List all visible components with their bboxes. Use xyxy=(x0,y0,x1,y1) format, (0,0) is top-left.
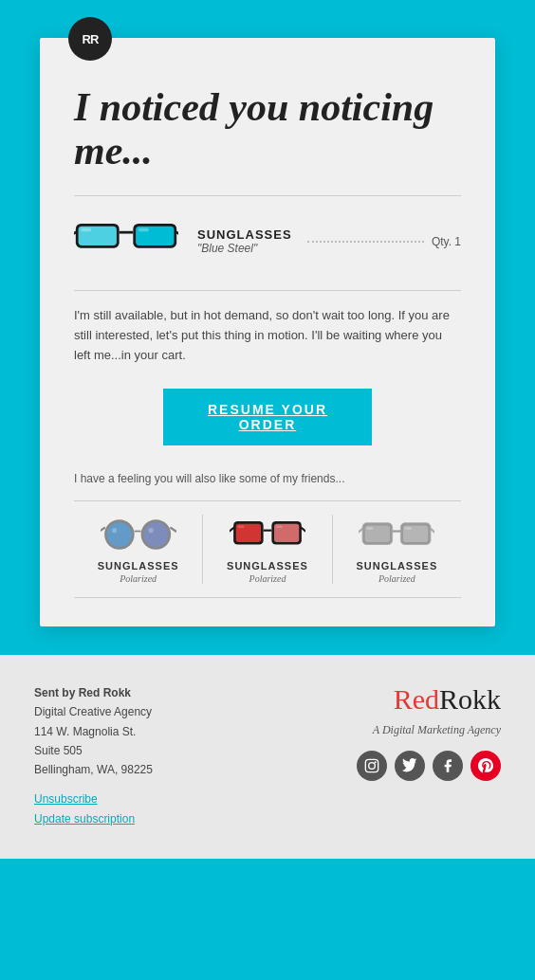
svg-line-33 xyxy=(431,529,434,533)
footer-agency: Digital Creative Agency xyxy=(34,702,153,721)
product-section: SUNGLASSES "Blue Steel" Qty. 1 xyxy=(74,195,461,286)
svg-point-37 xyxy=(369,762,376,769)
page-wrapper: RR I noticed you noticing me... xyxy=(0,0,535,626)
svg-rect-36 xyxy=(365,759,378,771)
friends-intro: I have a feeling you will also like some… xyxy=(74,472,461,485)
footer-links: Unsubscribe Update subscription xyxy=(34,789,153,830)
body-text: I'm still available, but in hot demand, … xyxy=(74,306,461,365)
product-qty-row: SUNGLASSES "Blue Steel" Qty. 1 xyxy=(197,227,461,255)
footer-tagline: A Digital Marketing Agency xyxy=(373,723,501,737)
svg-point-17 xyxy=(148,528,153,533)
email-card: RR I noticed you noticing me... xyxy=(40,38,495,626)
svg-point-16 xyxy=(112,528,117,533)
svg-line-5 xyxy=(74,233,76,237)
brand-logo: RR xyxy=(68,17,112,61)
main-sunglasses-icon xyxy=(74,213,178,265)
svg-line-14 xyxy=(101,528,104,532)
svg-rect-7 xyxy=(81,228,91,232)
product-image xyxy=(74,213,178,269)
friend-3-sub: Polarized xyxy=(378,573,415,584)
update-subscription-link[interactable]: Update subscription xyxy=(34,809,153,830)
footer-address2: Suite 505 xyxy=(34,741,153,760)
svg-rect-25 xyxy=(237,525,244,528)
svg-line-15 xyxy=(171,528,175,532)
friend-item-1[interactable]: SUNGLASSES Polarized xyxy=(74,515,203,584)
friend-item-3[interactable]: SUNGLASSES Polarized xyxy=(333,515,461,584)
product-info: SUNGLASSES "Blue Steel" Qty. 1 xyxy=(197,227,461,255)
twitter-icon[interactable] xyxy=(395,751,425,781)
svg-line-24 xyxy=(302,528,305,532)
resume-order-button[interactable]: RESUME YOUR ORDER xyxy=(163,389,372,445)
friend-1-name: SUNGLASSES xyxy=(98,560,179,572)
qty-label: Qty. 1 xyxy=(432,235,461,248)
svg-rect-8 xyxy=(138,228,149,232)
social-icons xyxy=(357,751,501,781)
friend-3-name: SUNGLASSES xyxy=(356,560,437,572)
svg-point-10 xyxy=(106,522,131,547)
footer-address1: 114 W. Magnolia St. xyxy=(34,722,153,741)
section-divider xyxy=(74,290,461,291)
footer: Sent by Red Rokk Digital Creative Agency… xyxy=(0,655,535,859)
footer-sent-by: Sent by Red Rokk xyxy=(34,683,153,702)
pinterest-icon[interactable] xyxy=(470,751,501,781)
footer-brand: RedRokk xyxy=(394,683,501,716)
svg-line-6 xyxy=(176,233,178,237)
facebook-icon[interactable] xyxy=(433,751,463,781)
cta-underline: RESUME xyxy=(208,402,276,417)
unsubscribe-link[interactable]: Unsubscribe xyxy=(34,789,153,810)
friends-grid: SUNGLASSES Polarized xyxy=(74,500,461,598)
svg-rect-26 xyxy=(276,525,283,528)
friend-item-2[interactable]: SUNGLASSES Polarized xyxy=(203,515,332,584)
svg-point-38 xyxy=(375,761,377,763)
friend-2-sub: Polarized xyxy=(249,573,286,584)
svg-line-23 xyxy=(230,528,233,532)
svg-rect-34 xyxy=(367,527,374,530)
friend-sunglasses-2-icon xyxy=(230,515,305,554)
friend-1-sub: Polarized xyxy=(120,573,157,584)
instagram-icon[interactable] xyxy=(357,751,387,781)
friend-sunglasses-3-icon xyxy=(359,515,434,554)
friend-2-name: SUNGLASSES xyxy=(227,560,308,572)
svg-line-32 xyxy=(359,529,362,533)
card-body: I noticed you noticing me... xyxy=(40,38,495,598)
svg-rect-35 xyxy=(405,527,412,530)
footer-right: RedRokk A Digital Marketing Agency xyxy=(357,683,501,781)
svg-point-12 xyxy=(143,522,168,547)
footer-left: Sent by Red Rokk Digital Creative Agency… xyxy=(34,683,153,830)
footer-address3: Bellingham, WA, 98225 xyxy=(34,760,153,779)
product-subtitle: "Blue Steel" xyxy=(197,242,292,255)
product-name: SUNGLASSES xyxy=(197,227,292,242)
headline: I noticed you noticing me... xyxy=(74,85,461,172)
dotted-line xyxy=(307,241,424,243)
friend-sunglasses-1-icon xyxy=(101,515,176,554)
